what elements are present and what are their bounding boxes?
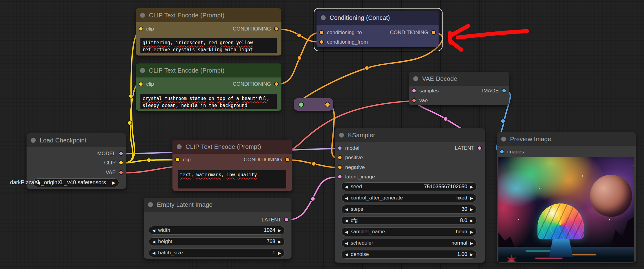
batch-size-widget[interactable]: ◀ batch_size 1 ▶	[149, 249, 285, 257]
prompt-textarea[interactable]: text, watermark, low quality	[178, 170, 286, 188]
input-port-conditioning-to[interactable]: conditioning_to	[319, 29, 362, 36]
steps-widget[interactable]: ◀ steps 30 ▶	[341, 205, 477, 213]
input-port-clip[interactable]: clip	[139, 25, 154, 33]
prompt-textarea[interactable]: glittering, iridescent, red green yellow…	[140, 38, 277, 53]
clip-port-dot[interactable]	[119, 160, 123, 165]
input-port-vae[interactable]: vae	[412, 97, 428, 104]
prompt-textarea[interactable]: crystal mushroom statue on top of a beau…	[140, 94, 277, 109]
node-title-bar[interactable]: KSampler	[335, 128, 485, 142]
node-title-bar[interactable]: Preview Image	[497, 132, 636, 146]
height-widget[interactable]: ◀ height 768 ▶	[149, 237, 285, 246]
input-port-clip[interactable]: clip	[175, 156, 191, 163]
conditioning-port-dot[interactable]	[319, 30, 324, 35]
reroute-output-dot[interactable]	[325, 102, 330, 107]
decrement-arrow-icon[interactable]: ◀	[345, 207, 348, 211]
vae-port-dot[interactable]	[119, 170, 123, 175]
latent-port-dot[interactable]	[338, 174, 342, 179]
decrement-arrow-icon[interactable]: ◀	[37, 181, 40, 185]
node-preview-image[interactable]: Preview Image images	[497, 132, 636, 263]
input-port-model[interactable]: model	[338, 145, 359, 152]
output-port-vae[interactable]: VAE	[106, 169, 123, 176]
node-title-bar[interactable]: Empty Latent Image	[144, 198, 291, 212]
denoise-widget[interactable]: ◀ denoise 1.00 ▶	[341, 250, 477, 259]
node-clip-text-encode-positive-b[interactable]: CLIP Text Encode (Prompt) clip CONDITION…	[136, 63, 281, 111]
cfg-widget[interactable]: ◀ cfg 8.0 ▶	[341, 216, 477, 225]
input-port-samples[interactable]: samples	[412, 87, 439, 95]
node-title-bar[interactable]: Conditioning (Concat)	[317, 11, 439, 25]
conditioning-port-dot[interactable]	[431, 30, 436, 35]
clip-port-dot[interactable]	[139, 82, 143, 86]
decrement-arrow-icon[interactable]: ◀	[345, 230, 348, 234]
conditioning-port-dot[interactable]	[285, 157, 290, 162]
node-title-bar[interactable]: CLIP Text Encode (Prompt)	[136, 63, 281, 77]
node-title-bar[interactable]: VAE Decode	[409, 72, 509, 86]
decrement-arrow-icon[interactable]: ◀	[152, 251, 155, 255]
input-port-images[interactable]: images	[500, 148, 524, 156]
increment-arrow-icon[interactable]: ▶	[470, 230, 473, 234]
node-title-bar[interactable]: Load Checkpoint	[27, 133, 126, 147]
increment-arrow-icon[interactable]: ▶	[278, 228, 281, 232]
input-port-positive[interactable]: positive	[338, 154, 363, 161]
decrement-arrow-icon[interactable]: ◀	[345, 253, 348, 256]
seed-widget[interactable]: ◀ seed 751035567102650 ▶	[341, 182, 477, 191]
increment-arrow-icon[interactable]: ▶	[470, 241, 473, 245]
latent-port-dot[interactable]	[477, 146, 482, 150]
input-port-conditioning-from[interactable]: conditioning_from	[319, 38, 368, 46]
model-port-dot[interactable]	[338, 146, 342, 150]
ckpt-name-widget[interactable]: darkPizzaXL_originXL_v40.safetensors ◀ ▶	[33, 178, 119, 187]
conditioning-port-dot[interactable]	[338, 155, 342, 160]
increment-arrow-icon[interactable]: ▶	[470, 196, 473, 200]
node-ksampler[interactable]: KSampler model positive negative latent_…	[335, 128, 485, 263]
conditioning-port-dot[interactable]	[274, 82, 279, 86]
output-port-conditioning[interactable]: CONDITIONING	[233, 81, 279, 88]
image-port-dot[interactable]	[502, 88, 506, 93]
output-port-latent[interactable]: LATENT	[262, 216, 289, 224]
latent-port-dot[interactable]	[412, 88, 416, 93]
node-clip-text-encode-negative[interactable]: CLIP Text Encode (Prompt) clip CONDITION…	[172, 140, 292, 191]
increment-arrow-icon[interactable]: ▶	[470, 185, 473, 189]
decrement-arrow-icon[interactable]: ◀	[345, 196, 348, 200]
output-port-clip[interactable]: CLIP	[104, 159, 123, 167]
width-widget[interactable]: ◀ width 1024 ▶	[149, 226, 285, 235]
conditioning-port-dot[interactable]	[274, 27, 279, 31]
increment-arrow-icon[interactable]: ▶	[470, 207, 473, 211]
scheduler-widget[interactable]: ◀ scheduler normal ▶	[341, 239, 477, 247]
node-title-bar[interactable]: CLIP Text Encode (Prompt)	[172, 140, 292, 154]
input-port-latent-image[interactable]: latent_image	[338, 173, 375, 181]
preview-image[interactable]	[498, 157, 634, 262]
conditioning-port-dot[interactable]	[319, 40, 324, 44]
decrement-arrow-icon[interactable]: ◀	[152, 240, 155, 244]
output-port-conditioning[interactable]: CONDITIONING	[390, 29, 436, 36]
vae-port-dot[interactable]	[412, 98, 416, 103]
increment-arrow-icon[interactable]: ▶	[470, 219, 473, 223]
output-port-conditioning[interactable]: CONDITIONING	[244, 156, 290, 163]
sampler-name-widget[interactable]: ◀ sampler_name heun ▶	[341, 228, 477, 236]
increment-arrow-icon[interactable]: ▶	[112, 181, 115, 185]
increment-arrow-icon[interactable]: ▶	[278, 240, 281, 244]
decrement-arrow-icon[interactable]: ◀	[345, 185, 348, 189]
node-vae-decode[interactable]: VAE Decode samples vae IMAGE	[409, 72, 509, 105]
node-title-bar[interactable]: CLIP Text Encode (Prompt)	[136, 8, 281, 22]
increment-arrow-icon[interactable]: ▶	[278, 251, 281, 255]
graph-canvas[interactable]: CLIP Text Encode (Prompt) clip CONDITION…	[0, 0, 644, 269]
node-clip-text-encode-positive-a[interactable]: CLIP Text Encode (Prompt) clip CONDITION…	[136, 8, 281, 56]
output-port-latent[interactable]: LATENT	[455, 145, 482, 152]
node-load-checkpoint[interactable]: Load Checkpoint MODEL CLIP VAE darkPizza…	[27, 133, 126, 189]
node-empty-latent-image[interactable]: Empty Latent Image LATENT ◀ width 1024 ▶…	[144, 198, 291, 259]
output-port-image[interactable]: IMAGE	[482, 87, 506, 95]
reroute-input-dot[interactable]	[298, 102, 304, 107]
latent-port-dot[interactable]	[284, 217, 289, 222]
image-port-dot[interactable]	[500, 149, 504, 154]
output-port-model[interactable]: MODEL	[97, 150, 123, 157]
input-port-clip[interactable]: clip	[139, 81, 154, 88]
node-conditioning-concat[interactable]: Conditioning (Concat) conditioning_to co…	[317, 11, 439, 47]
conditioning-port-dot[interactable]	[338, 165, 342, 170]
model-port-dot[interactable]	[119, 151, 123, 156]
decrement-arrow-icon[interactable]: ◀	[345, 219, 348, 223]
output-port-conditioning[interactable]: CONDITIONING	[233, 25, 279, 33]
clip-port-dot[interactable]	[139, 27, 143, 31]
increment-arrow-icon[interactable]: ▶	[470, 253, 473, 256]
ckpt-name-value[interactable]: darkPizzaXL_originXL_v40.safetensors	[10, 179, 106, 186]
clip-port-dot[interactable]	[175, 157, 180, 162]
control-after-generate-widget[interactable]: ◀ control_after_generate fixed ▶	[341, 194, 477, 202]
